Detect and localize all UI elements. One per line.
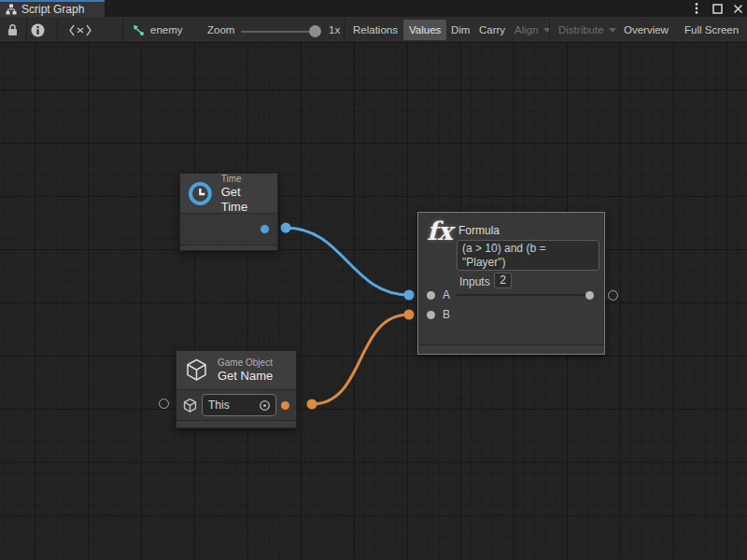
get-time-output-port[interactable] — [261, 225, 269, 233]
get-name-input-unconnected-port[interactable] — [159, 399, 169, 409]
node-title: Get Name — [218, 369, 273, 384]
window-controls — [689, 0, 745, 17]
node-formula[interactable]: fx Formula (a > 10) and (b = "Player") I… — [417, 212, 605, 355]
fullscreen-button[interactable]: Full Screen — [679, 20, 744, 40]
window-close-icon[interactable] — [730, 1, 745, 16]
overview-button[interactable]: Overview — [618, 20, 674, 40]
dim-toggle[interactable]: Dim — [445, 20, 475, 40]
node-category: Time — [221, 173, 270, 185]
lock-icon — [7, 23, 19, 36]
relations-toggle[interactable]: Relations — [347, 20, 403, 40]
title-bar: Script Graph — [0, 0, 747, 17]
formula-fx-icon: fx — [427, 217, 453, 245]
values-toggle[interactable]: Values — [403, 20, 446, 40]
inputs-count-input[interactable]: 2 — [494, 273, 512, 288]
cube-icon — [182, 398, 198, 413]
zoom-label: Zoom — [207, 20, 234, 40]
formula-input-b-port[interactable] — [427, 311, 435, 319]
node-category: Game Object — [218, 357, 273, 369]
zoom-value: 1x — [329, 20, 340, 40]
script-graph-window: Script Graph — [0, 0, 747, 560]
game-object-target-field[interactable]: This — [202, 394, 276, 416]
inspect-code-button[interactable] — [69, 20, 92, 40]
node-get-time-header: Time Get Time — [180, 174, 277, 214]
formula-output-unconnected-port[interactable] — [608, 290, 618, 301]
carry-toggle[interactable]: Carry — [473, 20, 511, 40]
window-menu-icon[interactable] — [689, 1, 704, 16]
relation-line — [456, 294, 589, 296]
node-get-name-footer — [176, 420, 296, 427]
node-title: Formula — [458, 224, 500, 237]
formula-input-a-label: A — [443, 288, 450, 301]
chevron-down-icon — [609, 28, 616, 33]
object-picker-icon[interactable] — [259, 399, 271, 412]
node-formula-footer — [418, 344, 604, 354]
distribute-dropdown[interactable]: Distribute — [553, 20, 622, 40]
zoom-slider-handle[interactable] — [309, 25, 321, 37]
tab-script-graph[interactable]: Script Graph — [0, 0, 105, 17]
info-button[interactable] — [31, 20, 45, 40]
node-get-name-header: Game Object Get Name — [176, 351, 296, 390]
graph-canvas[interactable] — [0, 43, 747, 560]
formula-expression-input[interactable]: (a > 10) and (b = "Player") — [457, 240, 599, 271]
formula-input-b-label: B — [443, 308, 450, 321]
target-field-value: This — [208, 399, 230, 412]
node-get-time-body — [180, 214, 277, 245]
node-get-time[interactable]: Time Get Time — [179, 173, 278, 251]
graph-toolbar: enemy Zoom 1x Relations Values Dim Carry… — [0, 17, 747, 43]
node-title: Get Time — [221, 185, 270, 215]
info-icon — [31, 23, 45, 37]
game-object-cube-icon — [184, 357, 209, 383]
graph-breadcrumb[interactable]: enemy — [132, 20, 183, 40]
graph-tab-icon — [6, 4, 17, 15]
clock-icon — [188, 181, 213, 206]
window-maximize-icon[interactable] — [710, 1, 725, 16]
node-get-name-body: This — [176, 390, 296, 420]
code-icon — [69, 24, 92, 36]
graph-asset-icon — [132, 24, 145, 36]
formula-output-port[interactable] — [585, 291, 594, 300]
graph-name: enemy — [150, 24, 183, 35]
inputs-label: Inputs — [459, 275, 490, 288]
node-get-time-footer — [180, 245, 277, 250]
get-name-output-port[interactable] — [281, 401, 289, 410]
tab-title: Script Graph — [21, 3, 84, 16]
lock-button[interactable] — [7, 20, 19, 40]
node-get-name[interactable]: Game Object Get Name This — [176, 350, 297, 428]
formula-input-a-port[interactable] — [427, 291, 435, 300]
